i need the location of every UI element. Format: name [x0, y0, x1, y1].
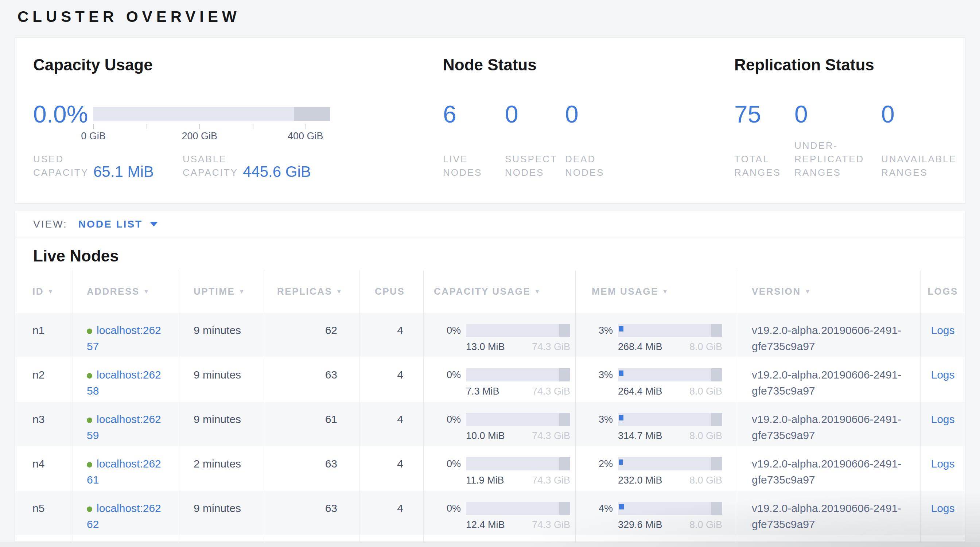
capacity-bar-reserved-segment	[559, 324, 570, 337]
view-dropdown[interactable]: NODE LIST	[78, 218, 158, 230]
address-link[interactable]: localhost:26262	[87, 500, 170, 533]
capacity-percent: 0%	[440, 411, 461, 428]
address-line2: 57	[87, 340, 99, 352]
table-row: n3 localhost:26259 9 minutes 61 4 0% 10.…	[15, 402, 965, 446]
capacity-bar-reserved-segment	[559, 368, 570, 382]
column-header-address[interactable]: ADDRESS▼	[73, 270, 179, 313]
table-row: n1 localhost:26257 9 minutes 62 4 0% 13.…	[15, 313, 965, 357]
version-line2: gfe735c9a97	[752, 339, 909, 355]
capacity-used-value: 13.0 MiB	[466, 340, 505, 353]
logs-link[interactable]: Logs	[931, 413, 955, 425]
cpus-cell: 4	[360, 446, 424, 491]
version-line2: gfe735c9a97	[752, 472, 909, 488]
cpus-cell: 4	[360, 491, 424, 535]
mem-usage-cell: 4% 329.6 MiB 8.0 GiB	[576, 491, 737, 535]
mem-max-value: 8.0 GiB	[689, 474, 722, 487]
node-status-section: Node Status 6 0 0 LIVENODES SUSPECTNODES…	[443, 56, 669, 180]
column-label: CAPACITY USAGE	[434, 286, 530, 297]
logs-link[interactable]: Logs	[931, 369, 955, 381]
axis-tick	[146, 124, 147, 129]
usable-capacity-value: 445.6 GiB	[243, 163, 311, 181]
address-link[interactable]: localhost:26259	[87, 411, 170, 444]
capacity-usage-cell: 0% 12.4 MiB 74.3 GiB	[424, 491, 576, 535]
column-header-replicas[interactable]: REPLICAS▼	[265, 270, 360, 313]
version-line1: v19.2.0-alpha.20190606-2491-	[752, 411, 909, 428]
capacity-usage-heading: Capacity Usage	[33, 56, 431, 74]
column-header-version[interactable]: VERSION▼	[737, 270, 921, 313]
capacity-percent-value: 0.0%	[33, 100, 93, 129]
capacity-max-value: 74.3 GiB	[532, 518, 570, 531]
column-header-id[interactable]: ID▼	[15, 270, 73, 313]
uptime-value: 9 minutes	[194, 324, 241, 336]
capacity-bar-reserved-segment	[559, 413, 570, 426]
version-cell: v19.2.0-alpha.20190606-2491- gfe735c9a97	[737, 357, 921, 402]
capacity-bar-reserved-segment	[294, 107, 330, 121]
cpus-cell: 4	[360, 313, 424, 357]
node-address-cell: localhost:26259	[73, 402, 179, 446]
uptime-cell: 9 minutes	[179, 313, 265, 357]
mem-used-value: 314.7 MiB	[618, 429, 662, 442]
uptime-value: 9 minutes	[194, 413, 241, 425]
node-address-cell: localhost:26257	[73, 313, 179, 357]
logs-link[interactable]: Logs	[931, 502, 955, 514]
axis-tick	[305, 124, 306, 129]
replicas-cell: 61	[265, 402, 360, 446]
column-label: ID	[32, 286, 44, 297]
view-bar: VIEW: NODE LIST	[15, 211, 965, 237]
node-id-cell: n2	[15, 357, 73, 402]
capacity-bar	[466, 502, 570, 515]
live-status-icon	[87, 418, 92, 423]
node-address-cell: localhost:26258	[73, 357, 179, 402]
axis-label-400gib: 400 GiB	[288, 130, 323, 142]
capacity-bar	[466, 368, 570, 382]
capacity-bar	[466, 324, 570, 337]
logs-link[interactable]: Logs	[931, 324, 955, 336]
address-line2: 58	[87, 385, 99, 397]
replicas-value: 63	[325, 458, 337, 470]
sort-desc-icon: ▼	[662, 288, 669, 296]
logs-cell: Logs	[921, 446, 965, 491]
column-label: MEM USAGE	[592, 286, 659, 297]
address-link[interactable]: localhost:26261	[87, 456, 170, 488]
address-link[interactable]: localhost:26258	[87, 367, 170, 399]
total-ranges-label: TOTALRANGES	[734, 153, 794, 180]
version-line2: gfe735c9a97	[752, 516, 909, 533]
column-label: VERSION	[752, 286, 801, 297]
address-line1: localhost:262	[97, 458, 161, 470]
mem-usage-cell: 3% 268.4 MiB 8.0 GiB	[576, 313, 737, 357]
cluster-summary-card: Capacity Usage 0.0% 0 GiB 200 GiB 400 Gi…	[14, 38, 966, 204]
axis-tick	[253, 124, 253, 129]
logs-cell: Logs	[921, 402, 965, 446]
cpus-value: 4	[397, 369, 403, 381]
address-link[interactable]: localhost:26257	[87, 322, 170, 355]
mem-usage-cell: 2% 232.0 MiB 8.0 GiB	[576, 446, 737, 491]
node-id-cell: n5	[15, 491, 73, 535]
node-id: n1	[32, 324, 45, 336]
address-line1: localhost:262	[97, 502, 161, 514]
capacity-bar	[466, 413, 570, 426]
column-label: ADDRESS	[87, 286, 140, 297]
mem-bar	[618, 368, 722, 382]
version-cell: v19.2.0-alpha.20190606-2491- gfe735c9a97	[737, 313, 921, 357]
cpus-value: 4	[397, 458, 403, 470]
column-header-uptime[interactable]: UPTIME▼	[179, 270, 265, 313]
mem-usage-cell: 3% 264.4 MiB 8.0 GiB	[576, 357, 737, 402]
version-cell: v19.2.0-alpha.20190606-2491- gfe735c9a97	[737, 402, 921, 446]
mem-bar	[618, 324, 722, 337]
suspect-nodes-label: SUSPECTNODES	[505, 153, 565, 180]
logs-link[interactable]: Logs	[931, 458, 955, 470]
node-id: n4	[32, 458, 45, 470]
capacity-usage-cell: 0% 7.3 MiB 74.3 GiB	[424, 357, 576, 402]
mem-bar-fill	[619, 370, 624, 376]
column-label: LOGS	[928, 286, 958, 297]
replicas-value: 62	[325, 324, 337, 336]
address-line2: 59	[87, 429, 99, 441]
replicas-value: 61	[325, 413, 337, 425]
total-ranges-count: 75	[734, 100, 794, 129]
capacity-usage-cell: 0% 11.9 MiB 74.3 GiB	[424, 446, 576, 491]
cpus-value: 4	[397, 324, 403, 336]
column-header-mem-usage[interactable]: MEM USAGE▼	[576, 270, 737, 313]
replicas-value: 63	[325, 369, 337, 381]
mem-bar-fill	[619, 504, 624, 509]
column-header-capacity-usage[interactable]: CAPACITY USAGE▼	[424, 270, 576, 313]
